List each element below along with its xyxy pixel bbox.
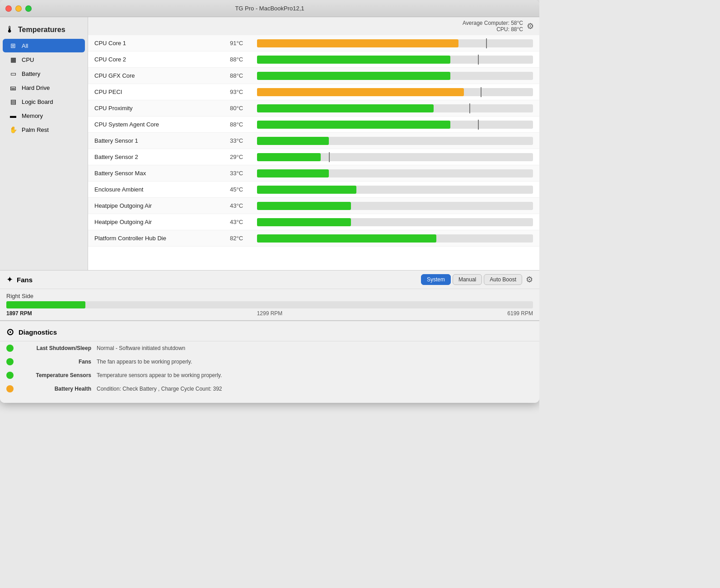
- close-button[interactable]: [5, 5, 12, 12]
- temp-value: 80°C: [230, 105, 257, 112]
- temp-bar-marker: [478, 120, 479, 130]
- sidebar-item-hard-drive[interactable]: 🖴 Hard Drive: [3, 81, 85, 94]
- cpu-label: CPU:: [496, 26, 510, 33]
- temp-bar-marker: [469, 103, 470, 113]
- temp-name: CPU Proximity: [94, 105, 230, 112]
- temp-bar-container: [257, 202, 533, 210]
- diag-value: Normal - Software initiated shutdown: [97, 345, 185, 351]
- sidebar-item-cpu[interactable]: ▦ CPU: [3, 53, 85, 66]
- logic-board-icon: ▤: [9, 98, 17, 105]
- temp-value: 33°C: [230, 170, 257, 177]
- fan-name: Right Side: [6, 293, 533, 299]
- memory-icon: ▬: [9, 112, 17, 119]
- fans-title: Fans: [17, 276, 421, 284]
- sidebar-item-logic-board[interactable]: ▤ Logic Board: [3, 95, 85, 108]
- fan-rpm-row: 1897 RPM 1299 RPM 6199 RPM: [6, 310, 533, 317]
- diag-label: Battery Health: [19, 386, 91, 392]
- temp-name: CPU GFX Core: [94, 72, 230, 79]
- fan-row-right-side: Right Side 1897 RPM 1299 RPM 6199 RPM: [0, 289, 539, 320]
- battery-icon: ▭: [9, 70, 17, 77]
- avg-label: Average Computer:: [463, 20, 510, 26]
- temp-bar-fill: [257, 72, 450, 80]
- temp-row: Battery Sensor 133°C: [88, 133, 539, 149]
- diag-value: Condition: Check Battery , Charge Cycle …: [97, 386, 222, 392]
- fans-icon: ✦: [6, 275, 13, 285]
- fans-settings-icon[interactable]: ⚙: [526, 275, 533, 285]
- main-content: 🌡 Temperatures ⊞ All ▦ CPU ▭ Battery 🖴 H…: [0, 17, 539, 270]
- minimize-button[interactable]: [15, 5, 22, 12]
- sidebar-item-all[interactable]: ⊞ All: [3, 39, 85, 52]
- temp-bar-fill: [257, 121, 450, 129]
- temp-name: CPU System Agent Core: [94, 121, 230, 128]
- diag-dot: [6, 345, 14, 352]
- diag-row: FansThe fan appears to be working proper…: [0, 355, 539, 369]
- titlebar: TG Pro - MacBookPro12,1: [0, 0, 539, 17]
- temp-bar-container: [257, 218, 533, 226]
- window-controls: [5, 5, 32, 12]
- temperature-list: CPU Core 191°CCPU Core 288°CCPU GFX Core…: [88, 35, 539, 270]
- sidebar-item-battery[interactable]: ▭ Battery: [3, 67, 85, 80]
- diag-row: Temperature SensorsTemperature sensors a…: [0, 369, 539, 382]
- temp-row: Heatpipe Outgoing Air43°C: [88, 198, 539, 214]
- thermometer-icon: 🌡: [5, 24, 14, 35]
- cpu-icon: ▦: [9, 56, 17, 63]
- sidebar-item-palm-rest[interactable]: ✋ Palm Rest: [3, 123, 85, 136]
- temp-bar-container: [257, 121, 533, 129]
- auto-boost-button[interactable]: Auto Boost: [484, 274, 522, 285]
- temp-value: 33°C: [230, 137, 257, 144]
- diagnostics-title: Diagnostics: [19, 328, 57, 336]
- temp-bar-container: [257, 137, 533, 145]
- temp-bar-fill: [257, 234, 436, 243]
- settings-icon[interactable]: ⚙: [527, 21, 534, 31]
- maximize-button[interactable]: [25, 5, 32, 12]
- diagnostics-header: ⊙ Diagnostics: [0, 321, 539, 341]
- temp-bar-container: [257, 234, 533, 243]
- temp-row: CPU Core 288°C: [88, 51, 539, 68]
- diag-dot: [6, 385, 14, 392]
- temp-bar-fill: [257, 39, 458, 47]
- temp-row: CPU Core 191°C: [88, 35, 539, 51]
- temp-name: Heatpipe Outgoing Air: [94, 219, 230, 225]
- temp-bar-container: [257, 88, 533, 96]
- sidebar-item-memory[interactable]: ▬ Memory: [3, 109, 85, 122]
- diagnostics-section: ⊙ Diagnostics Last Shutdown/SleepNormal …: [0, 320, 539, 403]
- temp-name: Battery Sensor 1: [94, 137, 230, 144]
- fans-section: ✦ Fans System Manual Auto Boost ⚙ Right …: [0, 270, 539, 320]
- temp-bar-container: [257, 169, 533, 177]
- temp-bar-fill: [257, 153, 321, 161]
- cpu-value: 88°C: [511, 26, 523, 33]
- temp-value: 93°C: [230, 89, 257, 95]
- fan-current-rpm: 1897 RPM: [6, 310, 32, 317]
- temp-bar-marker: [329, 152, 330, 162]
- temp-row: Platform Controller Hub Die82°C: [88, 230, 539, 247]
- temp-row: CPU PECI93°C: [88, 84, 539, 100]
- diag-value: Temperature sensors appear to be working…: [97, 372, 222, 378]
- temp-name: Heatpipe Outgoing Air: [94, 202, 230, 209]
- temp-bar-container: [257, 56, 533, 64]
- temp-bar-fill: [257, 186, 356, 194]
- temp-row: CPU GFX Core88°C: [88, 68, 539, 84]
- temp-bar-fill: [257, 104, 434, 112]
- diagnostics-rows: Last Shutdown/SleepNormal - Software ini…: [0, 341, 539, 396]
- diag-label: Last Shutdown/Sleep: [19, 345, 91, 351]
- temp-bar-marker: [486, 38, 487, 48]
- diag-dot: [6, 372, 14, 379]
- temp-bar-fill: [257, 202, 351, 210]
- temp-bar-marker: [478, 55, 479, 65]
- temp-row: Heatpipe Outgoing Air43°C: [88, 214, 539, 230]
- temp-bar-marker: [481, 87, 482, 97]
- sidebar-label-palm-rest: Palm Rest: [22, 126, 49, 133]
- sidebar-label-memory: Memory: [22, 112, 43, 119]
- avg-info: Average Computer: 58°C CPU: 88°C: [463, 20, 523, 33]
- temp-row: CPU System Agent Core88°C: [88, 117, 539, 133]
- temp-value: 43°C: [230, 219, 257, 225]
- sidebar-label-logic-board: Logic Board: [22, 98, 53, 105]
- system-button[interactable]: System: [421, 274, 451, 285]
- fan-min-rpm: 1299 RPM: [257, 310, 283, 317]
- diag-label: Temperature Sensors: [19, 372, 91, 378]
- temperatures-heading: Temperatures: [18, 26, 65, 34]
- hard-drive-icon: 🖴: [9, 84, 17, 91]
- temp-bar-container: [257, 39, 533, 47]
- manual-button[interactable]: Manual: [453, 274, 482, 285]
- temp-name: Platform Controller Hub Die: [94, 235, 230, 242]
